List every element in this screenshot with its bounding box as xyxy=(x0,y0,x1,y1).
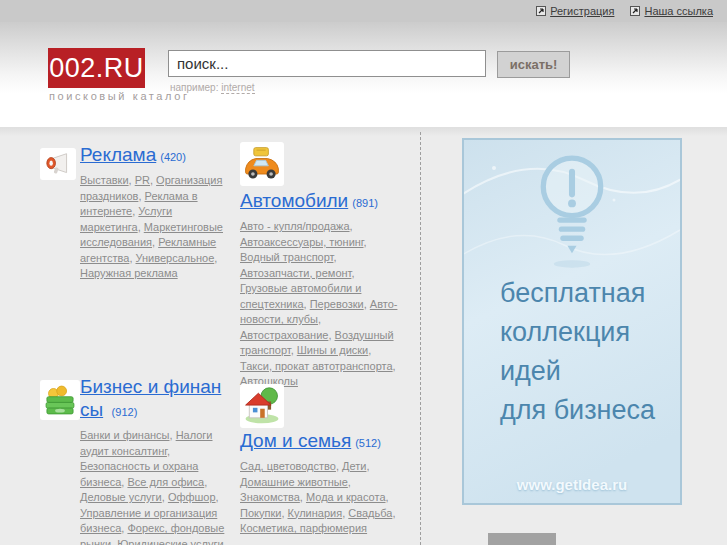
subcategory-link[interactable]: Домашние животные xyxy=(240,476,348,488)
our-link-label: Наша ссылка xyxy=(644,5,713,17)
category-business: Бизнес и финансы (912) Банки и финансы, … xyxy=(40,376,230,545)
our-link-link[interactable]: Наша ссылка xyxy=(630,5,713,17)
category-home-title[interactable]: Дом и семья xyxy=(240,430,351,451)
search-hint-example[interactable]: internet xyxy=(221,82,254,94)
category-business-count: (912) xyxy=(112,406,138,418)
external-link-icon xyxy=(630,6,640,16)
megaphone-icon xyxy=(44,152,72,176)
logo-tagline: поисковый каталог xyxy=(49,90,190,102)
subcategory-link[interactable]: Такси, прокат автотранспорта xyxy=(240,360,393,372)
subcategory-link[interactable]: Юридические услуги xyxy=(117,538,223,545)
category-auto-heading: Автомобили(891) xyxy=(240,190,403,214)
subcategory-link[interactable]: Шины и диски xyxy=(297,344,368,356)
search-button[interactable]: искать! xyxy=(497,51,570,78)
subcategory-link[interactable]: Автозапчасти, ремонт xyxy=(240,267,351,279)
subcategory-link[interactable]: PR xyxy=(135,174,150,186)
search-input[interactable] xyxy=(168,50,486,77)
page: Регистрация Наша ссылка 002.RU поисковый… xyxy=(0,0,727,545)
category-business-title[interactable]: Бизнес и финансы xyxy=(80,376,221,420)
ad-line: бесплатная xyxy=(500,274,655,313)
category-reklama-icon-tile[interactable] xyxy=(40,148,76,180)
ad-line: идей xyxy=(500,352,655,391)
partial-bottom-element xyxy=(488,533,556,545)
subcategory-link[interactable]: Дети xyxy=(342,460,366,472)
header-shadow xyxy=(0,128,727,136)
subcategory-link[interactable]: Кулинария xyxy=(288,507,343,519)
car-icon xyxy=(242,144,282,184)
category-reklama-count: (420) xyxy=(160,151,186,163)
topbar: Регистрация Наша ссылка xyxy=(0,0,727,22)
registration-link-label: Регистрация xyxy=(550,5,614,17)
category-reklama-sublinks: Выставки, PR, Организация праздников, Ре… xyxy=(80,173,230,282)
vertical-separator xyxy=(420,132,421,545)
category-auto-title[interactable]: Автомобили xyxy=(240,190,348,211)
lightbulb-icon xyxy=(526,152,618,274)
category-auto-sublinks: Авто - купля/продажа, Автоаксессуары, тю… xyxy=(240,219,403,390)
subcategory-link[interactable]: Водный транспорт xyxy=(240,251,333,263)
ad-line: коллекция xyxy=(500,313,655,352)
category-business-sublinks: Банки и финансы, Налоги аудит консалтинг… xyxy=(80,428,230,545)
search-hint: например: internet xyxy=(170,82,255,93)
category-reklama: Реклама(420) Выставки, PR, Организация п… xyxy=(40,144,230,282)
subcategory-link[interactable]: Выставки xyxy=(80,174,129,186)
category-home: Дом и семья(512) Сад, цветоводство, Дети… xyxy=(240,384,405,537)
registration-link[interactable]: Регистрация xyxy=(536,5,614,17)
subcategory-link[interactable]: Перевозки xyxy=(310,298,364,310)
ad-banner[interactable]: бесплатная коллекция идей для бизнеса ww… xyxy=(462,138,682,505)
subcategory-link[interactable]: Деловые услуги xyxy=(80,491,162,503)
money-icon xyxy=(42,383,78,417)
category-auto-count: (891) xyxy=(352,197,378,209)
subcategory-link[interactable]: Банки и финансы xyxy=(80,429,170,441)
subcategory-link[interactable]: Косметика, парфюмерия xyxy=(240,522,367,534)
category-business-heading: Бизнес и финансы (912) xyxy=(80,376,230,423)
subcategory-link[interactable]: Наружная реклама xyxy=(80,267,178,279)
subcategory-link[interactable]: Автострахование xyxy=(240,329,328,341)
ad-url: www.getIdea.ru xyxy=(464,476,680,493)
subcategory-link[interactable]: Знакомства xyxy=(240,491,300,503)
subcategory-link[interactable]: Автоаксессуары, тюнинг xyxy=(240,236,364,248)
subcategory-link[interactable]: Оффшор xyxy=(168,491,216,503)
subcategory-link[interactable]: Сад, цветоводство xyxy=(240,460,336,472)
category-home-heading: Дом и семья(512) xyxy=(240,430,403,454)
category-business-icon-tile[interactable] xyxy=(40,380,80,420)
category-auto: Автомобили(891) Авто - купля/продажа, Ав… xyxy=(240,142,405,390)
subcategory-link[interactable]: Мода и красота xyxy=(306,491,386,503)
subcategory-link[interactable]: Покупки xyxy=(240,507,281,519)
subcategory-link[interactable]: Универсальное xyxy=(136,252,215,264)
category-reklama-title[interactable]: Реклама xyxy=(80,144,156,165)
search-hint-label: например: xyxy=(170,82,218,93)
house-icon xyxy=(242,386,282,426)
category-home-sublinks: Сад, цветоводство, Дети, Домашние животн… xyxy=(240,459,403,537)
ad-text: бесплатная коллекция идей для бизнеса xyxy=(500,274,655,430)
category-auto-icon-tile[interactable] xyxy=(240,142,284,186)
logo[interactable]: 002.RU xyxy=(48,48,145,88)
category-home-icon-tile[interactable] xyxy=(240,384,284,428)
subcategory-link[interactable]: Авто - купля/продажа xyxy=(240,220,350,232)
subcategory-link[interactable]: Свадьба xyxy=(348,507,392,519)
external-link-icon xyxy=(536,6,546,16)
category-reklama-heading: Реклама(420) xyxy=(80,144,230,168)
subcategory-link[interactable]: Все для офиса xyxy=(127,476,204,488)
ad-line: для бизнеса xyxy=(500,391,655,430)
category-home-count: (512) xyxy=(355,437,381,449)
